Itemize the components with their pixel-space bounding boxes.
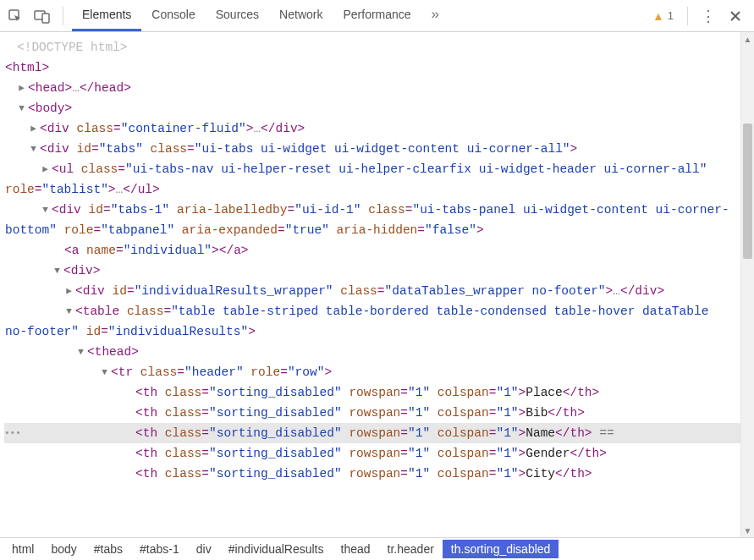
separator: [687, 7, 688, 25]
dom-th-place[interactable]: <th class="sorting_disabled" rowspan="1"…: [5, 382, 740, 403]
disclosure-expanded-icon[interactable]: ▼: [41, 200, 50, 220]
svg-rect-2: [42, 14, 49, 23]
kebab-menu-icon[interactable]: ⋮: [696, 4, 720, 28]
tab-network[interactable]: Network: [269, 0, 333, 31]
disclosure-expanded-icon[interactable]: ▼: [76, 342, 85, 362]
crumb-body[interactable]: body: [42, 540, 85, 558]
dom-line-9[interactable]: ▼<div>: [5, 261, 740, 281]
warning-count: 1: [668, 9, 674, 22]
disclosure-expanded-icon[interactable]: ▼: [29, 139, 38, 159]
disclosure-expanded-icon[interactable]: ▼: [17, 98, 26, 118]
dom-line-10[interactable]: ▶<div id="individualResults_wrapper" cla…: [5, 281, 740, 301]
breadcrumb: htmlbody#tabs#tabs-1div#individualResult…: [0, 537, 754, 560]
tab-console[interactable]: Console: [141, 0, 205, 31]
elements-panel: <!DOCTYPE html><html>▶<head>…</head>▼<bo…: [0, 32, 754, 537]
tab-sources[interactable]: Sources: [206, 0, 269, 31]
dom-line-3[interactable]: ▼<body>: [5, 98, 740, 118]
warnings-badge[interactable]: ▲ 1: [652, 9, 679, 23]
disclosure-collapsed-icon[interactable]: ▶: [17, 78, 26, 98]
devtools-toolbar: Elements Console Sources Network Perform…: [0, 0, 754, 32]
dom-line-8[interactable]: <a name="individual"></a>: [5, 240, 740, 261]
tabs-overflow[interactable]: »: [421, 0, 449, 31]
dom-th-gender[interactable]: <th class="sorting_disabled" rowspan="1"…: [5, 443, 740, 464]
dom-th-city[interactable]: <th class="sorting_disabled" rowspan="1"…: [5, 464, 740, 484]
dom-line-6[interactable]: ▶<ul class="ui-tabs-nav ui-helper-reset …: [5, 159, 740, 200]
dom-line-5[interactable]: ▼<div id="tabs" class="ui-tabs ui-widget…: [5, 139, 740, 159]
dom-line-4[interactable]: ▶<div class="container-fluid">…</div>: [5, 118, 740, 139]
device-toggle-icon[interactable]: [30, 4, 54, 28]
dom-line-1[interactable]: <html>: [5, 58, 740, 78]
dom-line-11[interactable]: ▼<table class="table table-striped table…: [5, 301, 740, 342]
dom-line-7[interactable]: ▼<div id="tabs-1" aria-labelledby="ui-id…: [5, 200, 740, 240]
crumb-html[interactable]: html: [3, 540, 42, 558]
crumb-trheader[interactable]: tr.header: [379, 540, 443, 558]
tab-elements[interactable]: Elements: [72, 0, 141, 31]
dom-line-2[interactable]: ▶<head>…</head>: [5, 78, 740, 98]
dom-line-0[interactable]: <!DOCTYPE html>: [5, 37, 740, 58]
inspect-icon[interactable]: [3, 4, 27, 28]
scroll-down-icon[interactable]: ▼: [741, 524, 754, 537]
crumb-thsorting_disabled[interactable]: th.sorting_disabled: [443, 540, 559, 558]
disclosure-expanded-icon[interactable]: ▼: [100, 362, 109, 382]
dom-th-bib[interactable]: <th class="sorting_disabled" rowspan="1"…: [5, 403, 740, 423]
close-icon[interactable]: [724, 4, 747, 28]
crumb-thead[interactable]: thead: [333, 540, 379, 558]
separator: [63, 7, 63, 25]
disclosure-collapsed-icon[interactable]: ▶: [41, 159, 50, 179]
tab-performance[interactable]: Performance: [333, 0, 421, 31]
crumb-individualResults[interactable]: #individualResults: [220, 540, 333, 558]
crumb-tabs-1[interactable]: #tabs-1: [131, 540, 188, 558]
dom-th-name[interactable]: <th class="sorting_disabled" rowspan="1"…: [5, 423, 740, 443]
crumb-tabs[interactable]: #tabs: [85, 540, 131, 558]
vertical-scrollbar[interactable]: ▲ ▼: [740, 32, 754, 537]
dom-line-13[interactable]: ▼<tr class="header" role="row">: [5, 362, 740, 382]
warning-icon: ▲: [652, 9, 664, 23]
scroll-thumb[interactable]: [743, 124, 752, 259]
dom-line-12[interactable]: ▼<thead>: [5, 342, 740, 362]
crumb-div[interactable]: div: [188, 540, 220, 558]
disclosure-collapsed-icon[interactable]: ▶: [29, 118, 38, 139]
disclosure-collapsed-icon[interactable]: ▶: [64, 281, 74, 301]
disclosure-expanded-icon[interactable]: ▼: [52, 261, 62, 281]
scroll-up-icon[interactable]: ▲: [741, 32, 754, 46]
disclosure-expanded-icon[interactable]: ▼: [64, 301, 74, 321]
panel-tabs: Elements Console Sources Network Perform…: [72, 0, 449, 31]
dom-tree[interactable]: <!DOCTYPE html><html>▶<head>…</head>▼<bo…: [0, 32, 740, 537]
